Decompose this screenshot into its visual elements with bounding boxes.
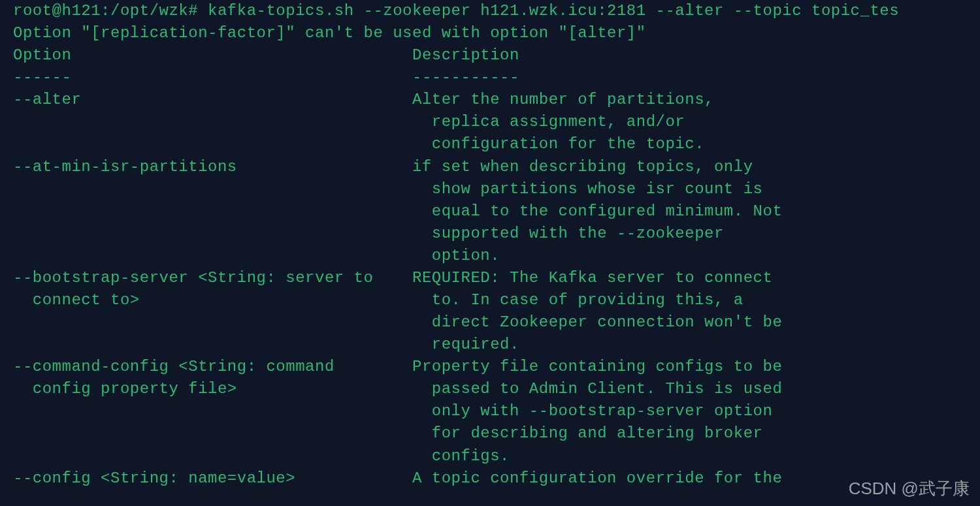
terminal-line: --alter Alter the number of partitions, — [13, 89, 980, 111]
terminal-line: --bootstrap-server <String: server to RE… — [13, 267, 980, 289]
terminal-line: Option Description — [13, 44, 980, 67]
terminal-line: --at-min-isr-partitions if set when desc… — [13, 156, 980, 178]
terminal-line: --config <String: name=value> A topic co… — [13, 467, 980, 490]
terminal-line: required. — [13, 334, 980, 356]
terminal-line: Option "[replication-factor]" can't be u… — [13, 22, 980, 44]
terminal-line: --command-config <String: command Proper… — [13, 356, 980, 378]
terminal-line: equal to the configured minimum. Not — [13, 200, 980, 223]
terminal-line: show partitions whose isr count is — [13, 178, 980, 200]
csdn-watermark: CSDN @武子康 — [849, 477, 970, 501]
terminal-line: configuration for the topic. — [13, 133, 980, 155]
terminal-line: root@h121:/opt/wzk# kafka-topics.sh --zo… — [13, 0, 980, 22]
terminal-line: supported with the --zookeeper — [13, 223, 980, 245]
terminal-line: ------ ----------- — [13, 67, 980, 89]
terminal-line: only with --bootstrap-server option — [13, 400, 980, 422]
terminal-line: config property file> passed to Admin Cl… — [13, 378, 980, 400]
terminal-line: direct Zookeeper connection won't be — [13, 311, 980, 334]
terminal-line: for describing and altering broker — [13, 422, 980, 445]
terminal-line: configs. — [13, 445, 980, 467]
terminal-output: root@h121:/opt/wzk# kafka-topics.sh --zo… — [0, 0, 980, 490]
terminal-line: option. — [13, 245, 980, 267]
terminal-line: connect to> to. In case of providing thi… — [13, 289, 980, 311]
terminal-line: replica assignment, and/or — [13, 111, 980, 133]
